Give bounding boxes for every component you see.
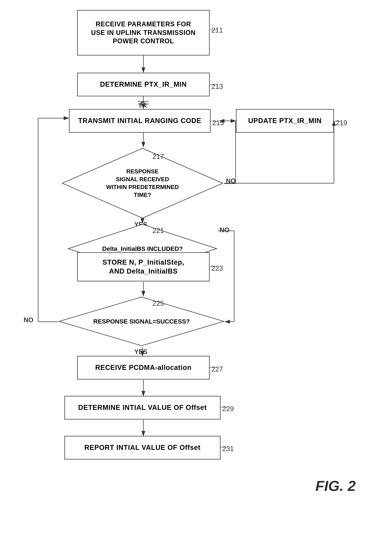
ref-225: 225: [152, 300, 164, 307]
diamond-response-signal-217: RESPONSESIGNAL RECEIVEDWITHIN PREDETERMI…: [61, 147, 224, 219]
box-update-ptx: UPDATE PTX_IR_MIN: [236, 109, 334, 133]
ref-227: 227: [211, 365, 223, 373]
diagram-container: RECEIVE PARAMETERS FOR USE IN UPLINK TRA…: [0, 0, 392, 558]
box-231-label: REPORT INTIAL VALUE OF Offset: [84, 443, 200, 452]
box-receive-pcdma: RECEIVE PCDMA-allocation: [77, 356, 210, 380]
ref-223: 223: [211, 264, 223, 272]
diamond-225-label: RESPONSE SIGNAL=SUCCESS?: [58, 317, 225, 325]
ref-215: 215: [212, 119, 224, 127]
box-211-label: RECEIVE PARAMETERS FOR USE IN UPLINK TRA…: [91, 20, 196, 45]
diamond-221-label: Delta_InitialBS INCLUDED?: [67, 245, 218, 253]
label-no-217: NO: [226, 177, 236, 185]
box-223-label: STORE N, P_InitialStep, AND Delta_Initia…: [102, 258, 184, 276]
box-transmit-ranging: TRANSMIT INITIAL RANGING CODE: [69, 109, 210, 133]
ref-231: 231: [222, 445, 234, 453]
box-determine-ptx: DETERMINE PTX_IR_MIN: [77, 73, 210, 96]
box-store-n: STORE N, P_InitialStep, AND Delta_Initia…: [77, 252, 210, 281]
fig-label: FIG. 2: [315, 478, 356, 494]
ref-213: 213: [211, 83, 223, 90]
box-213-label: DETERMINE PTX_IR_MIN: [100, 80, 187, 89]
box-receive-parameters: RECEIVE PARAMETERS FOR USE IN UPLINK TRA…: [77, 10, 210, 55]
box-determine-offset: DETERMINE INTIAL VALUE OF Offset: [64, 396, 220, 419]
box-219-label: UPDATE PTX_IR_MIN: [248, 116, 322, 125]
ref-221: 221: [152, 227, 164, 235]
box-215-label: TRANSMIT INITIAL RANGING CODE: [78, 116, 201, 125]
diamond-response-success-225: RESPONSE SIGNAL=SUCCESS?: [58, 296, 225, 347]
box-229-label: DETERMINE INTIAL VALUE OF Offset: [78, 403, 207, 412]
box-227-label: RECEIVE PCDMA-allocation: [95, 363, 192, 372]
ref-229: 229: [222, 405, 234, 413]
ref-211: 211: [211, 26, 223, 34]
box-report-offset: REPORT INTIAL VALUE OF Offset: [64, 436, 220, 460]
label-no-225: NO: [24, 316, 33, 324]
label-yes-225: YES: [134, 348, 147, 356]
label-no-221: NO: [220, 226, 229, 234]
diamond-217-label: RESPONSESIGNAL RECEIVEDWITHIN PREDETERMI…: [61, 168, 224, 199]
ref-217: 217: [152, 153, 164, 160]
ref-219: 219: [336, 119, 347, 127]
